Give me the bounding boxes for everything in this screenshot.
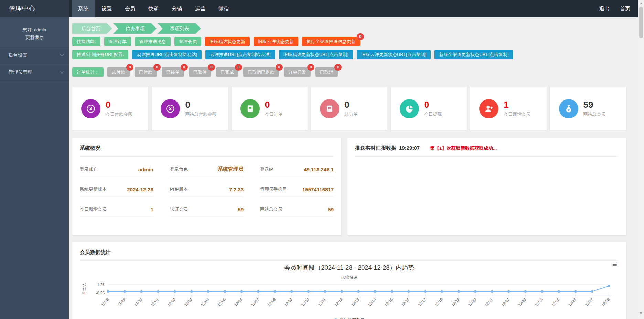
breadcrumb-step[interactable]: 后台首页 <box>72 23 112 34</box>
order-stat[interactable]: 已付款0 <box>135 67 157 77</box>
top-navbar: 管理中心 系统设置会员快递分销运营微信 退出首页 <box>0 0 644 17</box>
svg-text:12/05: 12/05 <box>217 297 226 307</box>
stat-card: 0今日提现 <box>391 87 467 130</box>
legend-label: 当日添加数量 <box>340 317 365 319</box>
stat-value: 59 <box>583 100 606 110</box>
overview-label: PHP版本 <box>170 186 188 192</box>
svg-text:12/04: 12/04 <box>200 297 210 307</box>
member-stats-panel: 会员数据统计 会员时间段（2024-11-28 - 2024-12-28）内趋势… <box>72 242 626 319</box>
chart-menu-button[interactable]: ≡ <box>612 260 617 268</box>
overview-label: 登录账户 <box>80 166 98 172</box>
svg-text:12/14: 12/14 <box>367 297 377 307</box>
svg-text:12/26: 12/26 <box>567 297 577 307</box>
user-add-icon <box>479 99 498 118</box>
nav-item[interactable]: 会员 <box>118 0 142 17</box>
order-stat[interactable]: 已接单0 <box>162 67 184 77</box>
count-badge: 0 <box>126 64 133 71</box>
breadcrumb-step[interactable]: 事项列表 <box>158 23 201 34</box>
nav-item[interactable]: 运营 <box>189 0 212 17</box>
svg-text:11/30: 11/30 <box>133 297 143 307</box>
svg-text:12/07: 12/07 <box>250 297 260 307</box>
main-nav: 系统设置会员快递分销运营微信 <box>72 0 235 17</box>
vertical-scrollbar[interactable] <box>638 0 644 319</box>
stat-label: 今日新增会员 <box>504 111 530 117</box>
svg-text:11/29: 11/29 <box>117 297 126 307</box>
quick-functions-label: 快捷功能: <box>72 37 100 46</box>
sidebar-item[interactable]: 管理员管理 <box>0 64 69 81</box>
svg-text:12/20: 12/20 <box>467 297 477 307</box>
order-stats-row: 订单统计：未付款0已付款0已接单0已取件0已完成0已取消已退款0订单异常0已取消… <box>72 67 626 77</box>
push-panel-title: 推送实时汇报数据 <box>355 145 396 151</box>
overview-label: 网站总会员 <box>260 206 282 212</box>
nav-item[interactable]: 微信 <box>212 0 235 17</box>
quick-action-button[interactable]: 管理推送消息 <box>135 37 171 46</box>
stat-card-info: 0今日提现 <box>424 100 442 118</box>
overview-value: 49.118.246.1 <box>304 167 334 172</box>
scroll-up-icon[interactable] <box>640 2 643 4</box>
main-content: 后台首页待办事项事项列表 快捷功能:管理订单管理推送消息管理会员旧版易达状态更新… <box>69 17 638 319</box>
status-update-button[interactable]: 旧版易达状态更新 <box>205 37 250 46</box>
nav-item[interactable]: 系统 <box>72 0 95 17</box>
stat-value: 0 <box>424 100 442 110</box>
overview-value: admin <box>138 167 153 172</box>
svg-text:12/11: 12/11 <box>317 297 326 307</box>
push-message: 第【1】次获取新数据获取成功... <box>430 145 497 151</box>
nav-item[interactable]: 设置 <box>95 0 118 17</box>
status-update-button[interactable]: 旧版云洋状态更新 <box>254 37 298 46</box>
count-badge: 0 <box>276 64 283 71</box>
svg-text:12/25: 12/25 <box>551 297 560 307</box>
breadcrumb: 后台首页待办事项事项列表 <box>72 23 626 34</box>
overview-item: 管理员手机号15574116817 <box>260 177 334 197</box>
stat-card-info: 0今日付款金额 <box>106 100 132 118</box>
overview-item: 登录角色系统管理员 <box>170 157 244 177</box>
count-badge: 0 <box>307 64 314 71</box>
nav-item[interactable]: 分销 <box>165 0 189 17</box>
scroll-down-icon[interactable] <box>640 312 642 315</box>
url-copy-button[interactable]: 云洋推送URL[点击复制给云洋] <box>205 50 275 59</box>
home-link[interactable]: 首页 <box>620 6 630 12</box>
svg-text:12/03: 12/03 <box>183 297 193 307</box>
svg-text:-0.25: -0.25 <box>96 291 105 295</box>
overview-value: 1 <box>151 206 153 212</box>
order-stat[interactable]: 未付款0 <box>107 67 130 77</box>
count-badge: 0 <box>357 33 364 40</box>
nav-item[interactable]: 快递 <box>142 0 165 17</box>
url-copy-button[interactable]: 易达推送URL[点击复制给易达] <box>132 50 202 59</box>
order-stat[interactable]: 已完成0 <box>216 67 238 77</box>
stat-card: 1今日新增会员 <box>470 87 546 130</box>
count-badge: 0 <box>334 64 342 71</box>
scrollbar-thumb[interactable] <box>639 7 643 38</box>
stat-value: 0 <box>185 100 216 110</box>
status-update-button[interactable]: 执行全渠道推送信息更新0 <box>302 37 360 46</box>
url-copy-button[interactable]: 旧版易达更新状态URL[点击复制] <box>279 50 353 59</box>
stat-card-info: 0总订单 <box>344 100 358 118</box>
divider <box>80 260 619 261</box>
sidebar-item[interactable]: 后台设置 <box>0 47 69 64</box>
logout-link[interactable]: 退出 <box>599 6 610 12</box>
order-stat[interactable]: 订单异常0 <box>284 67 311 77</box>
member-panel-title: 会员数据统计 <box>80 249 619 256</box>
chevron-down-icon <box>60 53 64 57</box>
overview-label: 认证会员 <box>170 206 188 212</box>
stat-card: 0总订单 <box>311 87 387 130</box>
overview-value: 系统管理员 <box>218 166 244 172</box>
svg-text:单位/人: 单位/人 <box>82 283 86 295</box>
svg-text:¥: ¥ <box>568 108 570 112</box>
update-cache-link[interactable]: 更新缓存 <box>0 34 69 41</box>
breadcrumb-step[interactable]: 待办事项 <box>113 23 157 34</box>
svg-text:12/13: 12/13 <box>350 297 360 307</box>
url-config-row: 推送/计划任务URL配置:易达推送URL[点击复制给易达]云洋推送URL[点击复… <box>72 50 626 59</box>
overview-label: 系统更新版本 <box>80 186 107 192</box>
overview-label: 管理员手机号 <box>260 186 287 192</box>
quick-action-button[interactable]: 管理订单 <box>104 37 131 46</box>
stat-card-info: 1今日新增会员 <box>504 100 530 118</box>
url-copy-button[interactable]: 新版全渠道更新状态URL[点击复制] <box>434 50 513 59</box>
order-stat[interactable]: 已取件0 <box>189 67 211 77</box>
svg-text:1.25: 1.25 <box>97 283 105 287</box>
legend-item[interactable]: 当日添加数量 <box>80 317 619 319</box>
svg-text:12/02: 12/02 <box>167 297 176 307</box>
order-stat[interactable]: 已取消0 <box>315 67 338 77</box>
order-stat[interactable]: 已取消已退款0 <box>243 67 279 77</box>
quick-action-button[interactable]: 管理会员 <box>174 37 201 46</box>
url-copy-button[interactable]: 旧版云洋更新状态URL[点击复制] <box>357 50 431 59</box>
